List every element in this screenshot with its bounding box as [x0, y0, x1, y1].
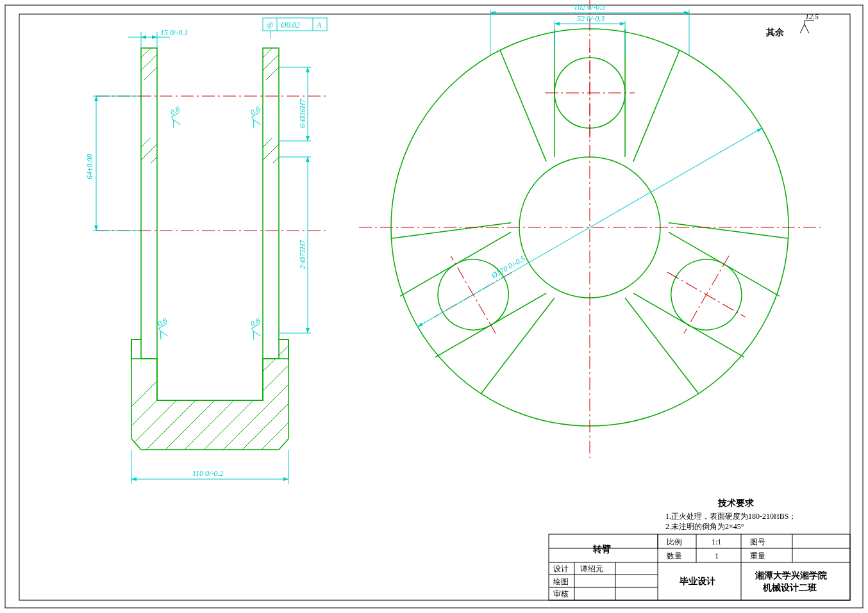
svg-line-92 [625, 298, 699, 394]
gtol-symbol: ◎ [266, 20, 274, 29]
svg-text:15  0/-0.1: 15 0/-0.1 [160, 28, 188, 37]
svg-line-32 [173, 333, 397, 557]
svg-line-18 [244, 128, 295, 179]
svg-line-5 [109, 26, 160, 77]
svg-marker-43 [152, 35, 157, 39]
svg-line-26 [135, 295, 359, 519]
svg-text:110  0/-0.2: 110 0/-0.2 [192, 469, 223, 478]
gtol-frame: ◎ Ø0.02 A [263, 18, 327, 38]
school-line1: 湘潭大学兴湘学院 [755, 570, 827, 580]
svg-text:0.8: 0.8 [249, 316, 262, 329]
svg-marker-55 [283, 477, 288, 481]
svg-marker-67 [306, 328, 310, 333]
svg-text:0.8: 0.8 [249, 104, 262, 117]
svg-marker-61 [306, 136, 310, 141]
surface-mark-1: 0.8 [164, 104, 187, 128]
dim-110: 110 0/-0.2 [131, 450, 288, 484]
weight-label: 重量 [750, 552, 765, 560]
svg-line-27 [144, 304, 369, 528]
svg-line-31 [163, 323, 388, 548]
school-line2: 机械设计二班 [762, 583, 817, 593]
svg-marker-66 [306, 157, 310, 162]
project-name: 毕业设计 [679, 576, 715, 586]
tech-requirements: 技术要求 1.正火处理，表面硬度为180-210HBS； 2.未注明的倒角为2×… [665, 498, 796, 531]
svg-marker-111 [555, 22, 560, 26]
svg-line-19 [250, 135, 301, 186]
tech-req-title: 技术要求 [717, 498, 755, 508]
svg-line-24 [115, 275, 340, 500]
qty-label: 数量 [667, 552, 682, 560]
svg-line-95 [463, 50, 583, 162]
hatch-mid-left [115, 122, 186, 192]
svg-line-30 [77, 237, 301, 461]
svg-line-8 [250, 45, 301, 96]
section-view: ◎ Ø0.02 A 15 0/-0.1 64±0.08 110 0/-0.2 [77, 18, 397, 557]
drawing-sheet: 其余 12.5 [0, 0, 868, 613]
scale-value: 1:1 [712, 537, 721, 546]
surface-mark-3: 0.8 [151, 316, 174, 339]
svg-text:0.8: 0.8 [156, 316, 169, 329]
dim-6-36: 6-Ø36H7 [279, 67, 311, 141]
dim-15: 15 0/-0.1 [128, 28, 188, 48]
design-label: 设计 [553, 564, 569, 573]
hatch-top-right [231, 26, 308, 102]
gtol-value: Ø0.02 [280, 20, 300, 29]
svg-line-3 [135, 51, 186, 102]
tech-req-line1: 1.正火处理，表面硬度为180-210HBS； [665, 512, 796, 521]
svg-text:6-Ø36H7: 6-Ø36H7 [298, 99, 307, 128]
svg-line-90 [596, 50, 716, 162]
svg-line-91 [669, 175, 789, 287]
part-name: 转臂 [592, 544, 611, 554]
tech-req-line2: 2.未注明的倒角为2×45° [665, 522, 744, 531]
title-block: 转臂 比例 1:1 图号 数量 1 重量 设计 谭绍元 绘图 审核 毕业设计 湘… [549, 534, 850, 600]
dim-2-75: 2-Ø75H7 [279, 157, 311, 333]
corner-label: 其余 [765, 28, 785, 37]
draw-label: 绘图 [553, 577, 569, 586]
svg-line-22 [96, 256, 321, 480]
svg-line-15 [135, 141, 186, 192]
svg-line-7 [244, 38, 295, 90]
svg-marker-49 [94, 225, 98, 231]
qty-value: 1 [715, 552, 719, 560]
svg-line-28 [154, 314, 378, 538]
plan-view: Ø170 0/-0.5 102 0/-0.5 52 0/-0.3 [359, 0, 821, 458]
check-label: 审核 [553, 589, 569, 598]
svg-line-11 [231, 26, 282, 77]
svg-line-1 [122, 38, 173, 90]
svg-line-2 [128, 45, 179, 96]
svg-text:2-Ø75H7: 2-Ø75H7 [298, 240, 307, 269]
svg-marker-48 [94, 96, 98, 101]
svg-line-23 [106, 266, 330, 490]
svg-marker-54 [131, 477, 137, 481]
hatch-bottom [77, 237, 397, 557]
svg-line-94 [391, 175, 511, 287]
svg-line-9 [256, 51, 308, 102]
svg-text:52  0/-0.3: 52 0/-0.3 [577, 14, 605, 23]
svg-line-20 [256, 141, 308, 192]
surface-finish-corner-icon: 12.5 [800, 12, 819, 33]
scale-label: 比例 [667, 537, 682, 546]
designer: 谭绍元 [580, 564, 603, 573]
dim-64: 64±0.08 [85, 96, 141, 231]
svg-line-14 [128, 135, 179, 186]
surface-value-corner: 12.5 [805, 12, 819, 21]
svg-marker-42 [141, 35, 146, 39]
svg-line-93 [481, 298, 555, 394]
svg-text:64±0.08: 64±0.08 [85, 154, 94, 179]
svg-line-13 [122, 128, 173, 179]
svg-text:102  0/-0.5: 102 0/-0.5 [574, 3, 605, 12]
gtol-datum: A [316, 20, 322, 29]
svg-line-84 [684, 256, 729, 333]
svg-marker-112 [620, 22, 625, 26]
svg-text:0.8: 0.8 [169, 104, 181, 117]
svg-marker-60 [306, 67, 310, 72]
drawing-no-label: 图号 [750, 537, 765, 546]
